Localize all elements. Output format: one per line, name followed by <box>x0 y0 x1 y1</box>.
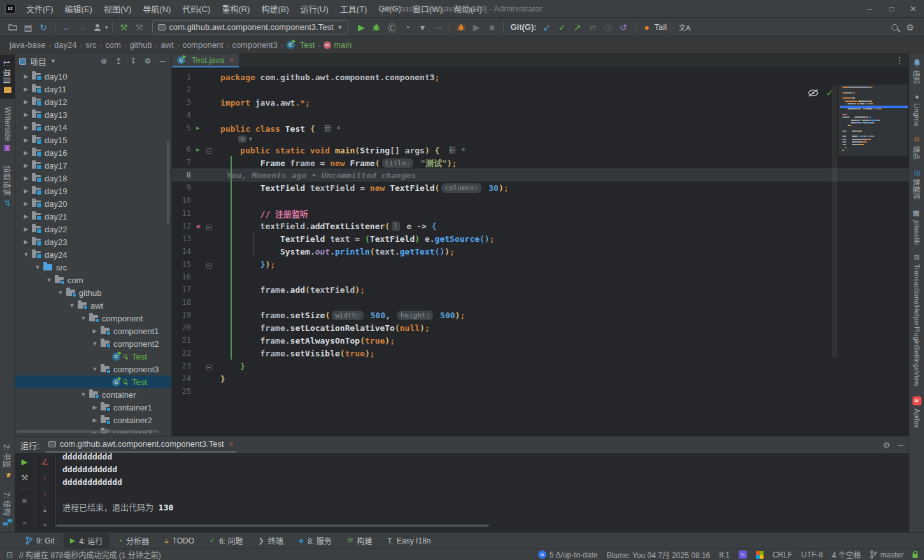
run-line-icon[interactable]: ▶ <box>194 125 203 131</box>
stop-disabled-icon[interactable]: ■ <box>484 20 499 35</box>
menu-item-5[interactable]: 代码(C) <box>176 0 216 18</box>
rollback-icon[interactable]: ↺ <box>616 20 631 35</box>
history-icon[interactable]: ◷ <box>601 20 616 35</box>
toolwindow-button-todo[interactable]: ≡TODO <box>158 535 201 547</box>
chevron-right-icon[interactable]: ▶ <box>20 213 32 220</box>
close-icon[interactable]: × <box>229 440 234 449</box>
menu-item-4[interactable]: 导航(N) <box>137 0 176 18</box>
stripe-apifox[interactable]: aApifox <box>913 391 921 433</box>
more-icon[interactable]: » <box>43 521 46 528</box>
tree-item-container2[interactable]: ▶container2 <box>15 414 171 426</box>
tree-item-awt[interactable]: ▼awt <box>15 299 171 312</box>
stripe-plugin-settings[interactable]: ⊠TransactionalHelperPluginSettingsView <box>913 249 921 391</box>
clear-console-icon[interactable]: ∠ <box>41 457 49 466</box>
menu-item-10[interactable]: Git(G) <box>373 0 406 18</box>
tree-item-github[interactable]: ▼github <box>15 286 171 299</box>
chevron-right-icon[interactable]: ▶ <box>20 99 32 105</box>
build-hammer-disabled-icon[interactable]: ⚒ <box>132 20 147 35</box>
fold-icon[interactable]: − <box>204 361 214 371</box>
menu-item-12[interactable]: 帮助(H) <box>448 0 488 18</box>
close-button[interactable]: ✕ <box>902 0 924 18</box>
stripe-bookmarks[interactable]: 2: 书签⚑ <box>0 438 15 484</box>
push-icon[interactable]: ↗ <box>570 20 585 35</box>
scroll-to-end-icon[interactable]: ⇣ <box>41 505 48 514</box>
tree-item-day12[interactable]: ▶day12 <box>15 95 171 108</box>
status-crlf[interactable]: CRLF <box>772 550 792 559</box>
collapse-all-icon[interactable]: ↧ <box>128 57 138 66</box>
run-disabled-icon[interactable]: ▶ <box>469 20 484 35</box>
status-8-1[interactable]: 8:1 <box>719 550 730 559</box>
update-project-icon[interactable]: ↙ <box>539 20 555 35</box>
diff-icon[interactable]: ⇄ <box>585 20 601 35</box>
tree-hscrollbar[interactable] <box>17 430 159 433</box>
ai-assistant-icon[interactable]: ∿ <box>238 136 246 143</box>
settings-icon[interactable]: ⚙ <box>143 57 153 66</box>
menu-item-1[interactable]: 文件(F) <box>20 0 59 18</box>
tree-item-component[interactable]: ▼component <box>15 312 171 325</box>
stripe-lingma-plugin[interactable]: ✦Lingma <box>913 89 921 131</box>
tree-vscrollbar[interactable] <box>167 141 169 224</box>
back-icon[interactable]: ← <box>59 20 75 35</box>
chevron-down-icon[interactable]: ▼ <box>89 340 101 347</box>
chevron-right-icon[interactable]: ▶ <box>20 124 32 130</box>
stripe-database[interactable]: ☰数据库 <box>912 165 922 206</box>
attach-icon[interactable]: ⇢ <box>430 20 445 35</box>
more-icon[interactable]: » <box>22 519 26 526</box>
chevron-right-icon[interactable]: ▶ <box>20 73 32 80</box>
tree-item-test[interactable]: CTest <box>15 350 171 363</box>
translate-icon[interactable]: 文A <box>675 20 694 35</box>
code-minimap[interactable] <box>839 85 907 156</box>
breadcrumb-item-main[interactable]: mmain <box>322 40 353 50</box>
run-settings-icon[interactable]: ⚒ <box>21 473 29 482</box>
sync-icon[interactable]: ↻ <box>36 20 51 35</box>
user-icon[interactable] <box>90 20 105 35</box>
tree-item-src[interactable]: ▼src <box>15 261 171 274</box>
tree-item-test[interactable]: CTest <box>15 375 171 388</box>
breadcrumb-item-java-base[interactable]: java-base <box>8 40 47 50</box>
breadcrumb-item-com[interactable]: com <box>103 40 123 50</box>
tree-item-component2[interactable]: ▼component2 <box>15 337 171 350</box>
run-tab[interactable]: com.github.awt.component.component3.Test… <box>46 437 236 453</box>
close-icon[interactable]: × <box>229 55 234 64</box>
editor-scrollbar[interactable] <box>832 85 837 358</box>
stripe-jclasslib[interactable]: ▦jclasslib <box>913 205 921 249</box>
prev-occurrence-icon[interactable]: ↑ <box>43 473 47 482</box>
tree-item-day24[interactable]: ▼day24 <box>15 248 171 261</box>
tab-options-kebab-icon[interactable]: ⋮ <box>895 55 904 65</box>
chevron-right-icon[interactable]: ▶ <box>20 188 32 194</box>
console-output[interactable]: ddddddddddddddddddddddddddddddddd进程已结束，退… <box>56 453 909 530</box>
stripe-pull-request[interactable]: 拉取请求⇄ <box>0 160 15 211</box>
chevron-down-icon[interactable]: ▼ <box>20 251 32 258</box>
status-lingma[interactable]: ∿ <box>739 550 747 559</box>
menu-item-6[interactable]: 重构(R) <box>216 0 255 18</box>
stripe-writerside[interactable]: Writerside▣ <box>0 101 15 157</box>
chevron-down-icon[interactable]: ▼ <box>66 302 78 309</box>
breadcrumb-item-day24[interactable]: day24 <box>52 40 78 50</box>
tree-item-com[interactable]: ▼com <box>15 274 171 286</box>
stripe-project-folder[interactable]: 1: 项目 <box>0 55 15 99</box>
tree-item-day17[interactable]: ▶day17 <box>15 159 171 172</box>
fold-icon[interactable]: − <box>204 260 214 269</box>
search-icon[interactable] <box>887 20 902 35</box>
settings-gear-icon[interactable]: ⚙ <box>883 440 890 450</box>
tree-item-day10[interactable]: ▶day10 <box>15 70 171 83</box>
save-icon[interactable]: ▤ <box>20 20 36 35</box>
run-icon[interactable]: ▶ <box>353 20 369 35</box>
toolwindow-button-git-branch[interactable]: 9: Git <box>19 535 61 547</box>
forward-icon[interactable]: → <box>75 20 90 35</box>
status-blame-you-04-7-2025-08-16[interactable]: Blame: You 04 7月 2025 08:16 <box>606 549 710 560</box>
menu-item-2[interactable]: 编辑(E) <box>59 0 98 18</box>
build-hammer-icon[interactable]: ⚒ <box>117 20 132 35</box>
chevron-right-icon[interactable]: ▶ <box>20 200 32 207</box>
hide-panel-icon[interactable]: ─ <box>898 440 904 450</box>
chevron-right-icon[interactable]: ▶ <box>20 137 32 143</box>
chevron-down-icon[interactable]: ▼ <box>43 277 55 283</box>
menu-item-8[interactable]: 运行(U) <box>295 0 334 18</box>
chevron-right-icon[interactable]: ▶ <box>20 86 32 92</box>
chevron-right-icon[interactable]: ▶ <box>20 111 32 118</box>
chevron-down-icon[interactable]: ▼ <box>78 315 89 321</box>
tree-item-component3[interactable]: ▼component3 <box>15 363 171 375</box>
tree-item-day15[interactable]: ▶day15 <box>15 134 171 146</box>
hide-icon[interactable]: ─ <box>157 57 167 66</box>
profiler-chevron-icon[interactable]: ▾ <box>415 20 430 35</box>
